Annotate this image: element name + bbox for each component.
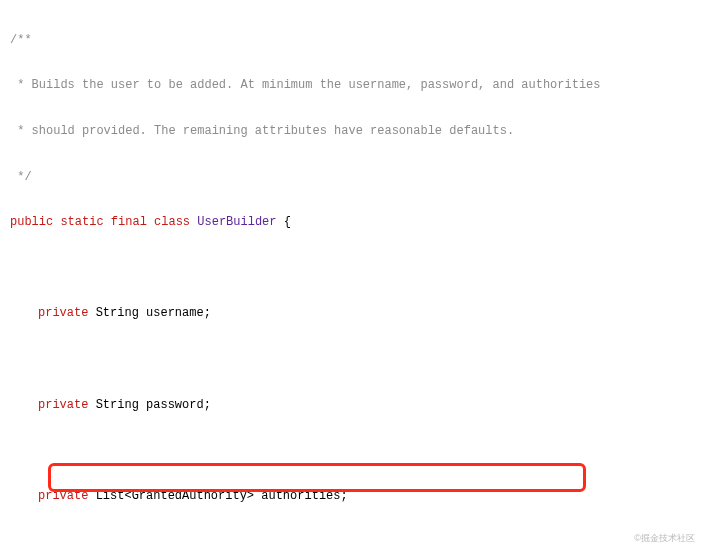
field-authorities: private List<GrantedAuthority> authoriti…: [10, 485, 691, 508]
comment-line: * should provided. The remaining attribu…: [10, 120, 691, 143]
code-block: /** * Builds the user to be added. At mi…: [0, 0, 701, 551]
comment-line: */: [10, 166, 691, 189]
watermark-text: ©掘金技术社区: [634, 530, 695, 547]
comment-line: /**: [10, 29, 691, 52]
field-password: private String password;: [10, 394, 691, 417]
field-username: private String username;: [10, 302, 691, 325]
class-declaration: public static final class UserBuilder {: [10, 211, 691, 234]
comment-line: * Builds the user to be added. At minimu…: [10, 74, 691, 97]
